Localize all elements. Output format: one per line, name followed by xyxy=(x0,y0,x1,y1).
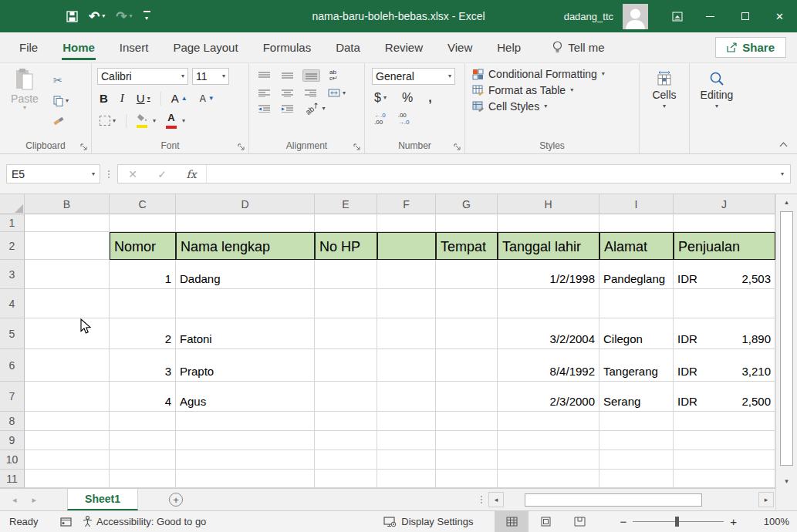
cell-I5[interactable]: Cilegon xyxy=(599,318,674,349)
cell-D10[interactable] xyxy=(176,450,315,470)
comma-style-button[interactable]: , xyxy=(426,89,434,106)
save-button[interactable] xyxy=(66,11,78,22)
next-sheet-icon[interactable]: ▸ xyxy=(32,495,37,505)
tab-view[interactable]: View xyxy=(445,32,474,63)
cell-J9[interactable] xyxy=(674,431,775,450)
column-header-G[interactable]: G xyxy=(436,194,498,214)
accessibility-status[interactable]: Accessibility: Good to go xyxy=(83,516,206,527)
row-header-2[interactable]: 2 xyxy=(0,232,25,260)
align-bottom-button[interactable] xyxy=(302,69,320,82)
font-dialog-launcher-icon[interactable] xyxy=(238,143,245,150)
view-normal-button[interactable] xyxy=(495,511,529,532)
minimize-button[interactable] xyxy=(693,0,728,32)
chevron-down-icon[interactable]: ▾ xyxy=(383,95,387,101)
cell-F10[interactable] xyxy=(377,450,436,470)
alignment-dialog-launcher-icon[interactable] xyxy=(353,143,360,150)
cell-C2[interactable]: Nomor xyxy=(110,232,176,260)
cell-I7[interactable]: Serang xyxy=(599,382,674,412)
scroll-left-icon[interactable]: ◂ xyxy=(488,492,504,507)
column-header-D[interactable]: D xyxy=(176,194,315,214)
cell-J10[interactable] xyxy=(674,450,775,470)
column-header-H[interactable]: H xyxy=(498,194,599,214)
clipboard-dialog-launcher-icon[interactable] xyxy=(80,143,87,150)
cell-B4[interactable] xyxy=(25,289,110,318)
cell-J11[interactable] xyxy=(674,470,775,488)
row-header-11[interactable]: 11 xyxy=(0,470,25,488)
cell-H10[interactable] xyxy=(498,450,599,470)
cancel-button[interactable]: ✕ xyxy=(118,168,147,180)
cell-E10[interactable] xyxy=(315,450,377,470)
cell-J5[interactable]: IDR1,890 xyxy=(674,318,775,349)
accounting-format-button[interactable]: $▾ xyxy=(372,89,389,106)
zoom-out-button[interactable]: − xyxy=(613,515,633,528)
orientation-button[interactable]: ab↗▾ xyxy=(302,103,328,114)
align-right-button[interactable] xyxy=(302,88,319,99)
view-page-break-button[interactable] xyxy=(562,511,596,532)
borders-button[interactable]: ▾ xyxy=(97,114,118,127)
font-size-select[interactable]: 11▾ xyxy=(192,68,229,85)
view-page-layout-button[interactable] xyxy=(529,511,562,532)
cell-B9[interactable] xyxy=(25,431,110,450)
row-header-5[interactable]: 5 xyxy=(0,318,25,349)
scroll-up-icon[interactable]: ▴ xyxy=(776,194,797,210)
cell-F5[interactable] xyxy=(377,318,436,349)
vertical-scrollbar-thumb[interactable] xyxy=(780,211,793,466)
cell-B10[interactable] xyxy=(25,450,110,470)
cell-D6[interactable]: Prapto xyxy=(176,349,315,382)
cell-H2[interactable]: Tanggal lahir xyxy=(498,232,599,260)
editing-button[interactable]: Editing ▾ xyxy=(690,68,744,109)
select-all-corner[interactable] xyxy=(0,194,25,214)
cell-B7[interactable] xyxy=(25,382,110,412)
cell-I3[interactable]: Pandeglang xyxy=(599,260,674,289)
zoom-in-button[interactable]: + xyxy=(724,515,743,528)
cell-G9[interactable] xyxy=(436,431,498,450)
cell-D4[interactable] xyxy=(176,289,315,318)
cell-E11[interactable] xyxy=(315,470,377,488)
cell-J1[interactable] xyxy=(674,214,775,232)
cell-B5[interactable] xyxy=(25,318,110,349)
tab-file[interactable]: File xyxy=(17,32,40,63)
signed-in-user[interactable]: dadang_ttc xyxy=(564,11,613,22)
cell-F1[interactable] xyxy=(377,214,436,232)
name-box[interactable]: E5▾ xyxy=(6,164,100,184)
cell-C7[interactable]: 4 xyxy=(110,382,176,412)
zoom-slider-thumb[interactable] xyxy=(675,517,679,527)
cell-G4[interactable] xyxy=(436,289,498,318)
cell-G3[interactable] xyxy=(436,260,498,289)
cell-D7[interactable]: Agus xyxy=(176,382,315,412)
cell-B2[interactable] xyxy=(25,232,110,260)
tab-formulas[interactable]: Formulas xyxy=(261,32,314,63)
cell-D1[interactable] xyxy=(176,214,315,232)
cell-H4[interactable] xyxy=(498,289,599,318)
number-format-select[interactable]: General▾ xyxy=(372,68,455,85)
chevron-down-icon[interactable]: ▾ xyxy=(343,90,346,96)
collapse-ribbon-icon[interactable] xyxy=(780,141,788,149)
cell-F4[interactable] xyxy=(377,289,436,318)
formula-bar-drag-handle[interactable] xyxy=(103,170,114,178)
cell-F7[interactable] xyxy=(377,382,436,412)
increase-font-button[interactable]: A▲ xyxy=(169,90,190,106)
cell-I8[interactable] xyxy=(599,412,674,431)
tab-data[interactable]: Data xyxy=(333,32,363,63)
column-header-E[interactable]: E xyxy=(315,194,377,214)
cell-D11[interactable] xyxy=(176,470,315,488)
insert-function-button[interactable]: fx xyxy=(177,168,206,180)
cell-D8[interactable] xyxy=(176,412,315,431)
undo-button[interactable]: ↶▾ xyxy=(89,10,105,23)
formula-bar-expand-icon[interactable]: ▾ xyxy=(781,171,784,177)
horizontal-scrollbar[interactable]: ◂ ▸ xyxy=(488,489,775,510)
font-family-select[interactable]: Calibri▾ xyxy=(97,68,188,85)
cell-I10[interactable] xyxy=(599,450,674,470)
cell-G7[interactable] xyxy=(436,382,498,412)
cell-I1[interactable] xyxy=(599,214,674,232)
cell-styles-button[interactable]: Cell Styles▾ xyxy=(472,100,639,113)
cell-G10[interactable] xyxy=(436,450,498,470)
cell-C6[interactable]: 3 xyxy=(110,349,176,382)
cell-E8[interactable] xyxy=(315,412,377,431)
cell-E1[interactable] xyxy=(315,214,377,232)
customize-quick-access-button[interactable]: ▾ xyxy=(144,11,150,22)
cell-C10[interactable] xyxy=(110,450,176,470)
cell-J4[interactable] xyxy=(674,289,775,318)
cell-J8[interactable] xyxy=(674,412,775,431)
tab-insert[interactable]: Insert xyxy=(117,32,151,63)
